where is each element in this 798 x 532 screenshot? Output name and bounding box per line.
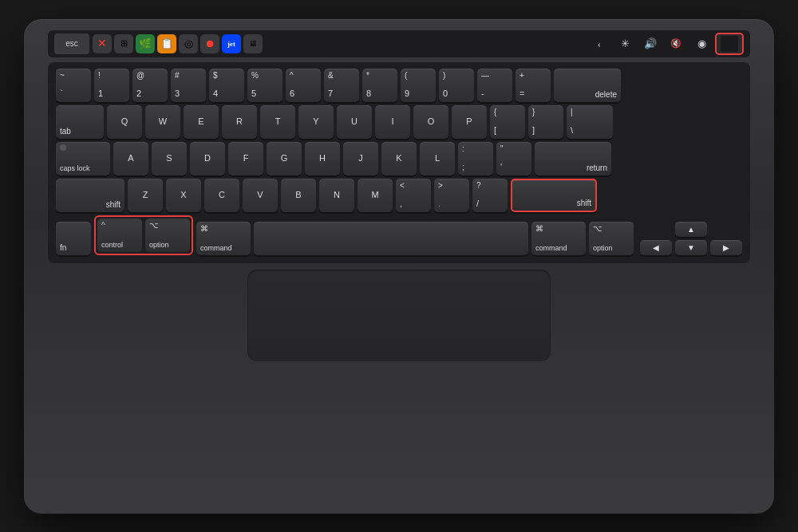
- key-0[interactable]: ) 0: [439, 69, 474, 102]
- tb-app-jet[interactable]: jet: [222, 34, 241, 53]
- key-6[interactable]: ^ 6: [286, 69, 321, 102]
- key-l[interactable]: L: [420, 142, 455, 175]
- key-n[interactable]: N: [319, 179, 354, 212]
- capslock-indicator: [60, 144, 66, 151]
- tb-controls: ‹ ✳ 🔊 🔇 ◉: [589, 33, 712, 54]
- key-m[interactable]: M: [358, 179, 393, 212]
- control-option-group: ^ control ⌥ option: [94, 215, 193, 255]
- tb-mute-icon[interactable]: 🔇: [666, 33, 686, 54]
- key-delete[interactable]: delete: [554, 69, 621, 102]
- key-h[interactable]: H: [305, 142, 340, 175]
- key-q[interactable]: Q: [107, 105, 142, 139]
- key-a[interactable]: A: [113, 142, 148, 175]
- key-semicolon[interactable]: : ;: [458, 142, 493, 175]
- key-i[interactable]: I: [375, 105, 410, 139]
- arrow-lr-row: ◀ ▼ ▶: [640, 240, 742, 255]
- key-9[interactable]: ( 9: [401, 69, 436, 102]
- key-shift-right[interactable]: shift: [511, 179, 597, 212]
- key-f[interactable]: F: [228, 142, 263, 175]
- tb-brightness-icon[interactable]: ✳: [614, 33, 635, 54]
- key-v[interactable]: V: [243, 179, 278, 212]
- key-return[interactable]: return: [535, 142, 611, 175]
- key-shift-left[interactable]: shift: [56, 179, 124, 212]
- key-o[interactable]: O: [413, 105, 448, 139]
- row-qwerty: tab Q W E R T Y U I O P { [ } ] | \: [56, 105, 742, 139]
- key-g[interactable]: G: [267, 142, 302, 175]
- key-b[interactable]: B: [281, 179, 316, 212]
- esc-key[interactable]: esc: [54, 33, 89, 54]
- touch-id-button[interactable]: [715, 33, 744, 55]
- key-arrow-up[interactable]: ▲: [675, 222, 707, 237]
- trackpad[interactable]: [247, 270, 551, 361]
- tb-app-screen[interactable]: 🖥: [243, 34, 263, 53]
- key-u[interactable]: U: [337, 105, 372, 139]
- key-period[interactable]: > .: [434, 179, 469, 212]
- key-arrow-down[interactable]: ▼: [675, 240, 707, 255]
- laptop-body: esc ✕ ⊞ 🌿 📋 ◎ ⏺ jet 🖥 ‹ ✳ 🔊 🔇 ◉: [24, 19, 774, 514]
- touch-bar: esc ✕ ⊞ 🌿 📋 ◎ ⏺ jet 🖥 ‹ ✳ 🔊 🔇 ◉: [48, 30, 750, 57]
- tb-app-leaf[interactable]: 🌿: [136, 34, 155, 53]
- tb-app-close[interactable]: ✕: [93, 34, 112, 53]
- key-quote[interactable]: " ': [496, 142, 531, 175]
- row-numbers: ~ ` ! 1 @ 2 # 3 $ 4 % 5: [56, 69, 742, 102]
- key-s[interactable]: S: [152, 142, 187, 175]
- key-option-right[interactable]: ⌥ option: [589, 222, 634, 255]
- key-command-right[interactable]: ⌘ command: [531, 222, 586, 255]
- key-backtick[interactable]: ~ `: [56, 69, 91, 102]
- key-comma[interactable]: < ,: [396, 179, 431, 212]
- key-t[interactable]: T: [260, 105, 295, 139]
- tb-apps: ✕ ⊞ 🌿 📋 ◎ ⏺ jet 🖥: [93, 34, 263, 53]
- key-arrow-left[interactable]: ◀: [640, 240, 672, 255]
- row-bottom: fn ^ control ⌥ option ⌘ command ⌘ co: [56, 215, 742, 255]
- key-3[interactable]: # 3: [171, 69, 206, 102]
- arrow-up-row: ▲: [640, 222, 742, 237]
- touch-id-sensor: [721, 36, 738, 52]
- key-d[interactable]: D: [190, 142, 225, 175]
- key-tab[interactable]: tab: [56, 105, 104, 139]
- key-space[interactable]: [254, 222, 528, 255]
- tb-siri-icon[interactable]: ◉: [691, 33, 712, 54]
- key-command-left[interactable]: ⌘ command: [196, 222, 251, 255]
- key-option-left[interactable]: ⌥ option: [145, 219, 190, 252]
- key-r[interactable]: R: [222, 105, 257, 139]
- key-w[interactable]: W: [145, 105, 180, 139]
- key-x[interactable]: X: [166, 179, 201, 212]
- key-2[interactable]: @ 2: [132, 69, 168, 102]
- key-minus[interactable]: — -: [477, 69, 512, 102]
- key-k[interactable]: K: [381, 142, 417, 175]
- key-5[interactable]: % 5: [247, 69, 282, 102]
- key-arrow-right[interactable]: ▶: [710, 240, 742, 255]
- key-y[interactable]: Y: [298, 105, 334, 139]
- key-fn[interactable]: fn: [56, 222, 91, 255]
- key-control[interactable]: ^ control: [97, 219, 142, 252]
- tb-app-circle[interactable]: ◎: [179, 34, 198, 53]
- key-equals[interactable]: + =: [516, 69, 551, 102]
- key-1[interactable]: ! 1: [94, 69, 129, 102]
- key-8[interactable]: * 8: [362, 69, 397, 102]
- key-backslash[interactable]: | \: [567, 105, 613, 139]
- key-j[interactable]: J: [343, 142, 378, 175]
- key-4[interactable]: $ 4: [209, 69, 244, 102]
- key-slash[interactable]: ? /: [472, 179, 508, 212]
- tb-app-grid[interactable]: ⊞: [114, 34, 133, 53]
- key-c[interactable]: C: [204, 179, 239, 212]
- row-asdf: caps lock A S D F G H J K L : ; " ' retu…: [56, 142, 742, 175]
- key-capslock[interactable]: caps lock: [56, 142, 110, 175]
- row-zxcv: shift Z X C V B N M < , > . ? / shift: [56, 179, 742, 212]
- tb-chevron-left-icon[interactable]: ‹: [589, 33, 610, 54]
- key-bracket-r[interactable]: } ]: [528, 105, 563, 139]
- arrow-key-group: ▲ ◀ ▼ ▶: [640, 222, 742, 255]
- tb-app-rec[interactable]: ⏺: [200, 34, 219, 53]
- key-bracket-l[interactable]: { [: [490, 105, 525, 139]
- key-7[interactable]: & 7: [324, 69, 359, 102]
- esc-label: esc: [65, 39, 78, 48]
- keyboard-area: ~ ` ! 1 @ 2 # 3 $ 4 % 5: [48, 62, 750, 263]
- tb-volume-icon[interactable]: 🔊: [640, 33, 661, 54]
- tb-app-orange[interactable]: 📋: [157, 34, 176, 53]
- key-z[interactable]: Z: [128, 179, 163, 212]
- key-e[interactable]: E: [184, 105, 219, 139]
- key-p[interactable]: P: [452, 105, 487, 139]
